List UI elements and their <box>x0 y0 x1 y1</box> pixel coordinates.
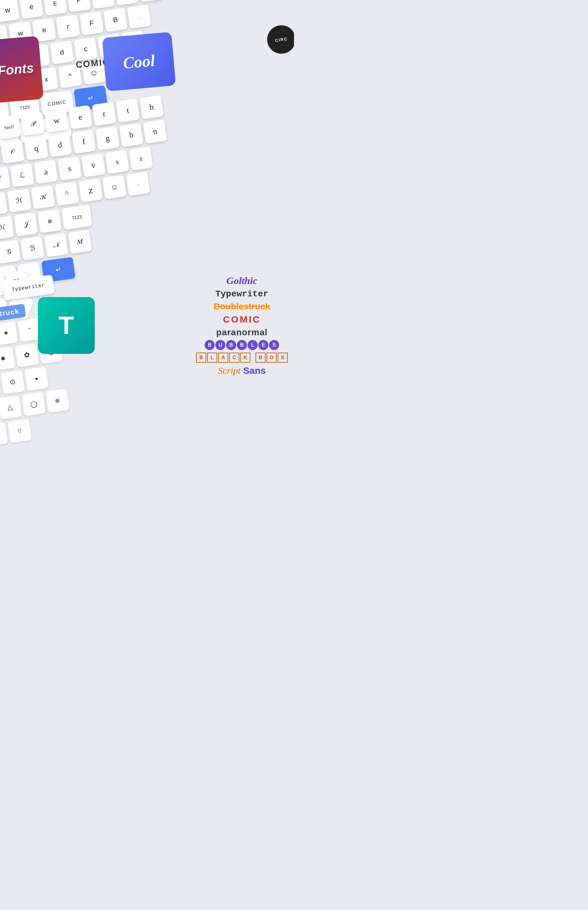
key[interactable]: ℋ <box>7 188 32 213</box>
num-key[interactable]: ?123 <box>61 205 92 230</box>
font-sans[interactable]: Sans <box>243 365 266 376</box>
sym-key[interactable]: ✦ <box>0 321 18 345</box>
sym-key[interactable]: ⊙ <box>1 370 25 394</box>
key[interactable]: e <box>68 105 92 130</box>
sym-key[interactable]: ✿ <box>15 343 39 368</box>
key[interactable]: g <box>95 126 120 151</box>
key[interactable]: ɢ <box>90 0 115 9</box>
box-x: X <box>278 353 288 363</box>
doublestruck-label: truck <box>0 307 20 318</box>
sym-key[interactable]: ● <box>24 366 48 391</box>
sym-key[interactable]: ✱ <box>0 346 15 371</box>
font-list: Golthic Typewriter Doublestruck COMIC pa… <box>196 275 288 376</box>
key[interactable]: c <box>74 37 98 61</box>
fonts-label: Fonts <box>0 60 34 79</box>
key[interactable]: a <box>34 160 58 184</box>
key[interactable]: B <box>103 8 128 32</box>
sym-key[interactable]: ◯ <box>21 392 46 416</box>
box-l: L <box>207 353 217 363</box>
key[interactable]: w <box>45 108 69 133</box>
fonts-badge[interactable]: Fonts <box>0 36 44 103</box>
bubble-b: B <box>205 340 215 350</box>
font-paranormal[interactable]: paranormal <box>216 327 268 337</box>
key[interactable]: 𝒢 <box>0 240 21 264</box>
teal-t-label: T <box>59 311 74 340</box>
font-comic[interactable]: COMIC <box>223 314 261 325</box>
key[interactable]: , <box>126 172 150 196</box>
key[interactable]: t <box>116 98 140 123</box>
key[interactable]: 𝑀 <box>68 230 92 254</box>
key[interactable]: 𝒫 <box>21 112 45 136</box>
box-k: K <box>240 353 250 363</box>
box-bo: B <box>255 353 266 363</box>
font-blackbox[interactable]: B L A C K B O X <box>196 353 288 363</box>
key[interactable]: q <box>24 136 48 160</box>
bubble-s: S <box>269 340 279 350</box>
circ-badge: CIRC <box>265 23 294 56</box>
sym-key[interactable]: ⊗ <box>45 389 70 413</box>
teal-t-logo[interactable]: T <box>38 297 95 354</box>
key[interactable]: m <box>138 0 162 2</box>
key[interactable]: w <box>0 0 19 23</box>
key[interactable]: n <box>143 120 167 144</box>
key[interactable]: z <box>129 146 153 171</box>
key[interactable]: d <box>50 40 74 65</box>
key[interactable]: ℬ <box>20 236 45 261</box>
script-sans-row: Script Sans <box>218 365 266 376</box>
keyboard-script: 𝒮𝒸 Serif 𝒫 w e r t h Serif 𝒪 q d f g b n… <box>0 95 185 292</box>
key[interactable]: F <box>67 0 91 12</box>
sym-key[interactable]: ✦ <box>0 422 8 447</box>
key[interactable]: v <box>81 153 105 177</box>
cool-label: Cool <box>122 51 156 72</box>
key[interactable]: 𝒪 <box>0 140 25 164</box>
font-bubbles[interactable]: B U B B L E S <box>205 340 279 350</box>
key[interactable]: 𝒦 <box>31 185 55 209</box>
key[interactable]: r <box>56 15 80 39</box>
key[interactable]: ^ <box>55 182 79 206</box>
key[interactable]: 𝒩 <box>44 233 68 257</box>
full-keyboard: ≡ w e E F ɢ ∩ m q w e r F B . ρ a s d c … <box>0 0 294 455</box>
key[interactable]: . <box>127 5 151 29</box>
key[interactable]: f <box>72 130 96 154</box>
bubble-e: E <box>258 340 268 350</box>
key[interactable]: z <box>79 178 103 202</box>
key[interactable]: h <box>140 95 164 120</box>
key[interactable]: b <box>119 123 143 147</box>
key[interactable]: 𝒥 <box>14 212 38 236</box>
box-b: B <box>196 353 206 363</box>
key[interactable]: 𝒰 <box>0 192 8 216</box>
sym-key[interactable]: ▽ <box>8 419 32 443</box>
key[interactable]: d <box>48 133 72 157</box>
key[interactable]: ℒ <box>10 163 34 187</box>
box-o: O <box>267 353 277 363</box>
key[interactable]: E <box>43 0 67 16</box>
box-c: C <box>229 353 239 363</box>
key[interactable]: ☺ <box>102 175 127 199</box>
box-a: A <box>218 353 228 363</box>
key[interactable]: x <box>105 150 129 174</box>
font-gothic[interactable]: Golthic <box>226 275 257 287</box>
key[interactable]: 𝒥 <box>0 167 10 191</box>
backspace-key[interactable]: ⊗ <box>37 209 62 233</box>
bubble-l: L <box>247 340 258 350</box>
key[interactable]: r <box>92 102 116 126</box>
cool-badge[interactable]: Cool <box>102 32 176 92</box>
key[interactable]: s <box>58 156 82 181</box>
key[interactable]: F <box>79 11 104 36</box>
bubble-b2: B <box>226 340 236 350</box>
key[interactable]: ℋ <box>0 216 14 240</box>
sym-key[interactable]: △ <box>0 395 22 419</box>
key[interactable]: Serif <box>0 115 21 139</box>
bubble-u: U <box>215 340 226 350</box>
font-script[interactable]: Script <box>218 365 241 376</box>
key[interactable]: e <box>19 0 44 19</box>
font-typewriter[interactable]: Typewriter <box>215 289 268 299</box>
font-doublestruck[interactable]: Doublestruck <box>214 301 270 312</box>
bubble-b3: B <box>237 340 247 350</box>
key[interactable]: ∩ <box>114 0 139 6</box>
